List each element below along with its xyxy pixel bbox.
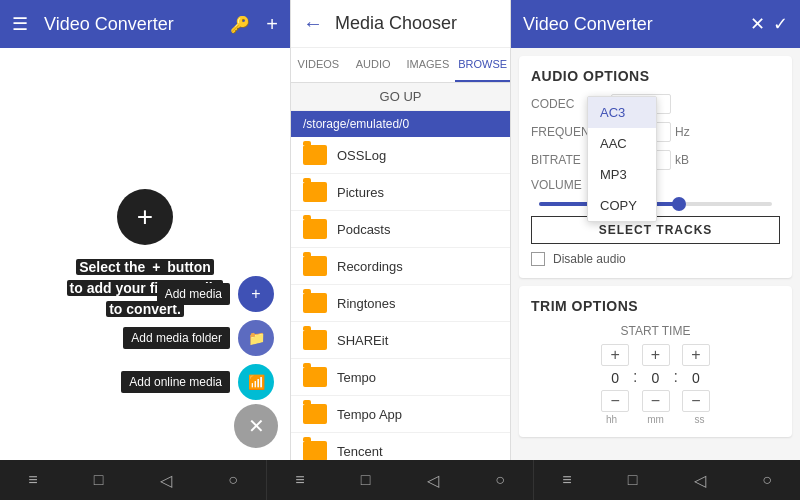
nav-recents-icon-2[interactable]: ○ [495,471,505,489]
list-item[interactable]: Recordings [291,248,510,285]
nav-menu-icon-3[interactable]: ≡ [562,471,571,489]
go-up-button[interactable]: GO UP [291,83,510,111]
mm-label: mm [642,414,670,425]
list-item[interactable]: Tencent [291,433,510,460]
folder-icon [303,293,327,313]
folder-name: Recordings [337,259,403,274]
folder-icon [303,219,327,239]
folder-name: Ringtones [337,296,396,311]
list-item[interactable]: OSSLog [291,137,510,174]
audio-options-title: AUDIO OPTIONS [531,68,780,84]
bottom-nav-bar: ≡ □ ◁ ○ ≡ □ ◁ ○ ≡ □ ◁ ○ [0,460,800,500]
tab-audio[interactable]: AUDIO [346,48,401,82]
minutes-col: + 0 − [642,344,670,412]
panel2-title: Media Chooser [335,13,457,34]
nav-recents-icon[interactable]: ○ [228,471,238,489]
codec-option-mp3[interactable]: MP3 [588,159,656,190]
codec-option-ac3[interactable]: AC3 [588,97,656,128]
folder-name: Tencent [337,444,383,459]
seconds-decrement-button[interactable]: − [682,390,710,412]
hh-label: hh [598,414,626,425]
tab-browse[interactable]: BROWSE [455,48,510,82]
tab-images[interactable]: IMAGES [401,48,456,82]
list-item[interactable]: Pictures [291,174,510,211]
minutes-decrement-button[interactable]: − [642,390,670,412]
nav-back-icon-2[interactable]: ◁ [427,471,439,490]
nav-home-icon-2[interactable]: □ [361,471,371,489]
panel3-title: Video Converter [523,14,742,35]
bottom-nav-section-1: ≡ □ ◁ ○ [0,460,266,500]
start-time-label: START TIME [531,324,780,338]
trim-options-title: TRIM OPTIONS [531,298,780,314]
panel1-header: ☰ Video Converter 🔑 + [0,0,290,48]
codec-option-copy[interactable]: COPY [588,190,656,221]
plus-icon: + [137,201,153,233]
folder-name: SHAREit [337,333,388,348]
folder-name: OSSLog [337,148,386,163]
panel1-title: Video Converter [44,14,214,35]
list-item[interactable]: Ringtones [291,285,510,322]
folder-icon [303,330,327,350]
disable-audio-label: Disable audio [553,252,626,266]
seconds-value: 0 [682,370,710,386]
list-item[interactable]: Tempo [291,359,510,396]
add-folder-row: Add media folder 📁 [123,320,274,356]
nav-back-icon-3[interactable]: ◁ [694,471,706,490]
add-folder-label[interactable]: Add media folder [123,327,230,349]
hours-decrement-button[interactable]: − [601,390,629,412]
minutes-value: 0 [642,370,670,386]
panel3-header: Video Converter ✕ ✓ [511,0,800,48]
confirm-icon[interactable]: ✓ [773,13,788,35]
disable-audio-checkbox[interactable] [531,252,545,266]
minutes-increment-button[interactable]: + [642,344,670,366]
panel-media-chooser: ← Media Chooser VIDEOS AUDIO IMAGES BROW… [290,0,510,460]
nav-menu-icon-2[interactable]: ≡ [295,471,304,489]
nav-menu-icon[interactable]: ≡ [28,471,37,489]
sep [674,414,682,425]
add-media-label[interactable]: Add media [157,283,230,305]
nav-back-icon[interactable]: ◁ [160,471,172,490]
folder-icon [303,441,327,460]
add-folder-button[interactable]: 📁 [238,320,274,356]
folder-list: OSSLog Pictures Podcasts Recordings Ring… [291,137,510,460]
bottom-nav-section-2: ≡ □ ◁ ○ [267,460,533,500]
folder-icon [303,145,327,165]
back-button[interactable]: ← [303,12,323,35]
folder-name: Podcasts [337,222,390,237]
folder-icon [303,404,327,424]
seconds-increment-button[interactable]: + [682,344,710,366]
panel2-header: ← Media Chooser [291,0,510,48]
time-sep-2: : [674,368,678,388]
volume-thumb [672,197,686,211]
close-fab-button[interactable]: ✕ [234,404,278,448]
key-icon[interactable]: 🔑 [230,15,250,34]
nav-home-icon[interactable]: □ [94,471,104,489]
list-item[interactable]: Tempo App [291,396,510,433]
add-online-label[interactable]: Add online media [121,371,230,393]
current-path: /storage/emulated/0 [291,111,510,137]
nav-home-icon-3[interactable]: □ [628,471,638,489]
seconds-col: + 0 − [682,344,710,412]
add-online-button[interactable]: 📶 [238,364,274,400]
hint-line1: Select the + button [76,259,214,275]
codec-dropdown-menu[interactable]: AC3 AAC MP3 COPY [587,96,657,222]
panel2-tabs: VIDEOS AUDIO IMAGES BROWSE [291,48,510,83]
menu-icon[interactable]: ☰ [12,13,28,35]
list-item[interactable]: Podcasts [291,211,510,248]
add-icon[interactable]: + [266,13,278,36]
add-media-button[interactable]: + [238,276,274,312]
bottom-nav-section-3: ≡ □ ◁ ○ [534,460,800,500]
hours-col: + 0 − [601,344,629,412]
folder-name: Pictures [337,185,384,200]
add-media-circle[interactable]: + [117,189,173,245]
nav-recents-icon-3[interactable]: ○ [762,471,772,489]
close-icon[interactable]: ✕ [750,13,765,35]
time-sep-1: : [633,368,637,388]
hours-increment-button[interactable]: + [601,344,629,366]
list-item[interactable]: SHAREit [291,322,510,359]
codec-option-aac[interactable]: AAC [588,128,656,159]
panel3-content: AUDIO OPTIONS AC3 AAC MP3 COPY CODEC AC3… [511,48,800,460]
tab-videos[interactable]: VIDEOS [291,48,346,82]
action-buttons: Add media + Add media folder 📁 Add onlin… [121,276,274,400]
panel-video-options: Video Converter ✕ ✓ AUDIO OPTIONS AC3 AA… [510,0,800,460]
